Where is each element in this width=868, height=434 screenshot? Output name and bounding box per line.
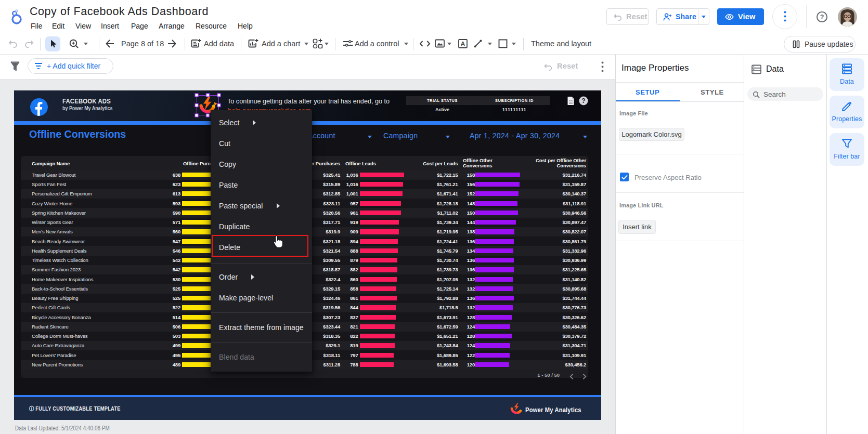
svg-text:?: ? xyxy=(820,14,824,21)
svg-text:A: A xyxy=(461,41,465,47)
svg-text:?: ? xyxy=(581,97,585,104)
